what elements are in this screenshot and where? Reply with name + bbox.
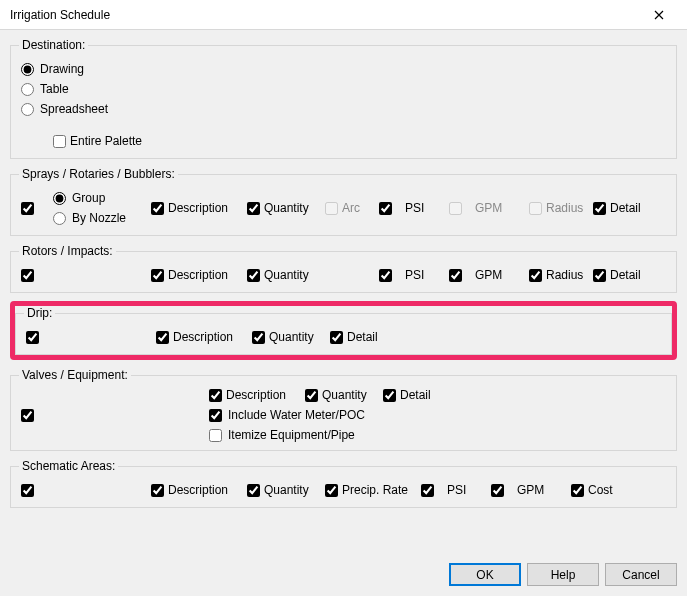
valves-quantity-checkbox[interactable] [305,389,318,402]
sprays-bynozzle-label: By Nozzle [72,211,126,225]
rotors-gpm-checkbox[interactable] [449,269,462,282]
sprays-gpm-checkbox [449,202,462,215]
close-button[interactable] [639,1,679,29]
rotors-quantity-checkbox[interactable] [247,269,260,282]
rotors-gpm-label: GPM [475,268,502,282]
dialog-body: Destination: Drawing Table Spreadsheet E… [0,30,687,596]
sprays-group-label: Group [72,191,105,205]
schematic-gpm-checkbox[interactable] [491,484,504,497]
destination-drawing-option[interactable]: Drawing [21,62,227,76]
valves-legend: Valves / Equipment: [19,368,131,382]
valves-itemize-checkbox[interactable] [209,429,222,442]
rotors-psi-checkbox[interactable] [379,269,392,282]
schematic-quantity-checkbox[interactable] [247,484,260,497]
sprays-radius-checkbox [529,202,542,215]
destination-legend: Destination: [19,38,88,52]
sprays-radius-label: Radius [546,201,583,215]
rotors-description-checkbox[interactable] [151,269,164,282]
sprays-bynozzle-radio[interactable] [53,212,66,225]
ok-button[interactable]: OK [449,563,521,586]
schematic-precip-label: Precip. Rate [342,483,408,497]
sprays-psi-label: PSI [405,201,424,215]
sprays-psi-checkbox[interactable] [379,202,392,215]
drip-detail-checkbox[interactable] [330,331,343,344]
schematic-legend: Schematic Areas: [19,459,118,473]
destination-table-radio[interactable] [21,83,34,96]
rotors-detail-checkbox[interactable] [593,269,606,282]
sprays-gpm-label: GPM [475,201,502,215]
valves-itemize-label: Itemize Equipment/Pipe [228,428,355,442]
sprays-arc-label: Arc [342,201,360,215]
drip-highlight: Drip: Description Quantity Detail [10,301,677,360]
window-title: Irrigation Schedule [10,8,110,22]
drip-detail-label: Detail [347,330,378,344]
sprays-description-checkbox[interactable] [151,202,164,215]
sprays-description-label: Description [168,201,228,215]
sprays-arc-checkbox [325,202,338,215]
schematic-quantity-label: Quantity [264,483,309,497]
destination-spreadsheet-option[interactable]: Spreadsheet [21,102,227,116]
schematic-group: Schematic Areas: Description Quantity Pr… [10,459,677,508]
valves-group: Valves / Equipment: Description Quantity… [10,368,677,451]
schematic-cost-checkbox[interactable] [571,484,584,497]
sprays-quantity-checkbox[interactable] [247,202,260,215]
valves-detail-label: Detail [400,388,431,402]
rotors-radius-label: Radius [546,268,583,282]
drip-enable-checkbox[interactable] [26,331,39,344]
drip-legend: Drip: [24,306,55,320]
schematic-gpm-label: GPM [517,483,544,497]
sprays-detail-checkbox[interactable] [593,202,606,215]
drip-description-label: Description [173,330,233,344]
valves-detail-checkbox[interactable] [383,389,396,402]
valves-enable-checkbox[interactable] [21,409,34,422]
drip-description-checkbox[interactable] [156,331,169,344]
title-bar: Irrigation Schedule [0,0,687,30]
schematic-precip-checkbox[interactable] [325,484,338,497]
drip-group: Drip: Description Quantity Detail [15,306,672,355]
destination-spreadsheet-label: Spreadsheet [40,102,108,116]
rotors-radius-checkbox[interactable] [529,269,542,282]
schematic-psi-checkbox[interactable] [421,484,434,497]
sprays-group-radio[interactable] [53,192,66,205]
entire-palette-checkbox[interactable] [53,135,66,148]
valves-include-meter-label: Include Water Meter/POC [228,408,365,422]
rotors-description-label: Description [168,268,228,282]
valves-include-meter-checkbox[interactable] [209,409,222,422]
drip-quantity-checkbox[interactable] [252,331,265,344]
schematic-psi-label: PSI [447,483,466,497]
schematic-description-checkbox[interactable] [151,484,164,497]
close-icon [654,10,664,20]
sprays-group: Sprays / Rotaries / Bubblers: Group By N… [10,167,677,236]
drip-quantity-label: Quantity [269,330,314,344]
sprays-legend: Sprays / Rotaries / Bubblers: [19,167,178,181]
destination-drawing-radio[interactable] [21,63,34,76]
rotors-detail-label: Detail [610,268,641,282]
sprays-enable-checkbox[interactable] [21,202,34,215]
sprays-group-option[interactable]: Group [53,191,145,205]
destination-table-option[interactable]: Table [21,82,227,96]
dialog-footer: OK Help Cancel [10,555,677,586]
rotors-quantity-label: Quantity [264,268,309,282]
valves-description-label: Description [226,388,286,402]
destination-spreadsheet-radio[interactable] [21,103,34,116]
rotors-group: Rotors / Impacts: Description Quantity P… [10,244,677,293]
sprays-bynozzle-option[interactable]: By Nozzle [53,211,145,225]
schematic-enable-checkbox[interactable] [21,484,34,497]
destination-table-label: Table [40,82,69,96]
sprays-quantity-label: Quantity [264,201,309,215]
schematic-cost-label: Cost [588,483,613,497]
valves-description-checkbox[interactable] [209,389,222,402]
rotors-psi-label: PSI [405,268,424,282]
destination-group: Destination: Drawing Table Spreadsheet E… [10,38,677,159]
entire-palette-label: Entire Palette [70,134,142,148]
rotors-enable-checkbox[interactable] [21,269,34,282]
destination-drawing-label: Drawing [40,62,84,76]
cancel-button[interactable]: Cancel [605,563,677,586]
help-button[interactable]: Help [527,563,599,586]
schematic-description-label: Description [168,483,228,497]
valves-quantity-label: Quantity [322,388,367,402]
sprays-detail-label: Detail [610,201,641,215]
rotors-legend: Rotors / Impacts: [19,244,116,258]
